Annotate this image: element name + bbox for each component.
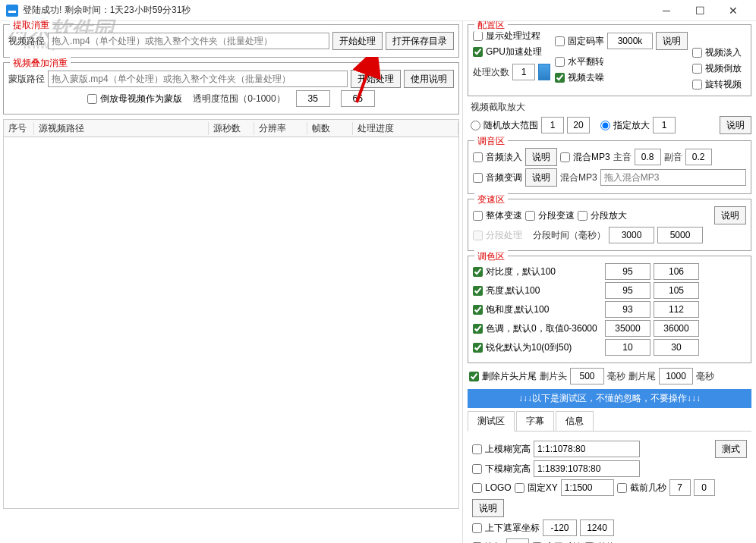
logo-checkbox[interactable]: LOGO <box>472 482 512 493</box>
hflip-checkbox[interactable]: 水平翻转 <box>555 55 688 68</box>
tab-test[interactable]: 测试区 <box>468 411 515 432</box>
brightness-v2[interactable] <box>654 282 699 299</box>
cut-front-checkbox[interactable]: 截前几秒 <box>617 482 666 494</box>
down-blur-checkbox[interactable]: 下模糊宽高 <box>472 463 531 476</box>
sub-audio-label: 副音 <box>664 151 682 164</box>
segment-time1-input[interactable] <box>609 227 654 243</box>
ms-label: 毫秒 <box>607 370 625 383</box>
section-title: 配置区 <box>474 21 508 32</box>
explain-button[interactable]: 说明 <box>656 32 688 50</box>
process-count-spinner[interactable] <box>538 64 550 80</box>
sharpen-v2[interactable] <box>654 339 699 356</box>
saturation-v2[interactable] <box>654 301 699 318</box>
mask-v1[interactable] <box>543 519 577 536</box>
tab-subtitle[interactable]: 字幕 <box>516 411 554 431</box>
explain-button[interactable]: 说明 <box>720 116 751 134</box>
border-checkbox[interactable]: 边框 <box>472 541 503 544</box>
video-fadein-checkbox[interactable]: 视频淡入 <box>692 46 742 59</box>
border-input[interactable] <box>506 538 529 543</box>
gpu-accel-checkbox[interactable]: GPU加速处理 <box>473 46 550 58</box>
start-process-button[interactable]: 开始处理 <box>332 32 383 50</box>
video-path-input[interactable] <box>48 33 329 49</box>
replace-mp3-checkbox[interactable]: 替换MP3 <box>584 541 635 544</box>
speed-section: 变速区 整体变速 分段变速 分段放大 说明 分段处理 分段时间（毫秒） <box>468 199 751 251</box>
up-blur-checkbox[interactable]: 上模糊宽高 <box>472 443 531 456</box>
section-title: 变速区 <box>474 193 508 206</box>
trim-tail-input[interactable] <box>659 368 693 384</box>
segment-speed-checkbox[interactable]: 分段变速 <box>525 209 575 222</box>
mix-mp3-label: 混合MP3 <box>560 171 597 184</box>
usage-help-button[interactable]: 使用说明 <box>404 70 454 88</box>
test-button[interactable]: 测式 <box>715 440 747 458</box>
mix-mp3-checkbox[interactable]: 混合MP3 <box>560 151 610 164</box>
tab-info[interactable]: 信息 <box>556 411 594 431</box>
explain-button[interactable]: 说明 <box>525 148 557 166</box>
invert-mask-checkbox[interactable]: 倒放母视频作为蒙版 <box>87 93 182 105</box>
open-save-dir-button[interactable]: 打开保存目录 <box>386 32 454 50</box>
explain-button[interactable]: 说明 <box>472 499 504 517</box>
opacity-max-input[interactable] <box>341 90 375 107</box>
sharpen-checkbox[interactable]: 锐化默认为10(0到50) <box>473 341 602 354</box>
saturation-v1[interactable] <box>605 301 650 318</box>
contrast-v1[interactable] <box>605 263 650 280</box>
contrast-v2[interactable] <box>654 263 699 280</box>
audio-shift-checkbox[interactable]: 音频变调 <box>473 171 522 184</box>
trim-checkbox[interactable]: 删除片头片尾 <box>469 370 537 383</box>
close-button[interactable]: ✕ <box>717 0 750 21</box>
mix-mp3-input[interactable] <box>600 169 746 186</box>
test-banner: ↓↓↓以下是测试区，不懂的忽略，不要操作↓↓↓ <box>468 389 751 408</box>
section-title: 调色区 <box>474 250 508 263</box>
hue-checkbox[interactable]: 色调，默认0，取值0-36000 <box>473 322 602 335</box>
table-body[interactable] <box>3 137 459 509</box>
trim-head-input[interactable] <box>570 368 604 384</box>
config-section: 配置区 显示处理过程 GPU加速处理 处理次数 1 固定码率 说明 水平翻转 视… <box>468 24 751 96</box>
crop-zoom-label: 视频截取放大 <box>471 101 525 114</box>
brightness-checkbox[interactable]: 亮度,默认100 <box>473 284 602 297</box>
segment-process-checkbox: 分段处理 <box>473 229 522 242</box>
random-zoom-radio[interactable]: 随机放大范围 <box>471 119 538 132</box>
fixed-rate-input[interactable] <box>607 33 653 49</box>
cut-v2[interactable] <box>694 479 715 496</box>
fixed-xy-input[interactable] <box>561 479 614 496</box>
hue-v1[interactable] <box>605 320 650 337</box>
denoise-checkbox[interactable]: 视频去噪 <box>555 71 688 84</box>
main-audio-input[interactable] <box>635 149 661 165</box>
rotate-video-checkbox[interactable]: 旋转视频 <box>692 78 742 91</box>
contrast-checkbox[interactable]: 对比度，默认100 <box>473 265 602 278</box>
fixed-rate-checkbox[interactable]: 固定码率 <box>555 35 604 48</box>
brightness-v1[interactable] <box>605 282 650 299</box>
segment-time2-input[interactable] <box>657 227 703 243</box>
mask-path-label: 蒙版路径 <box>8 73 45 86</box>
overlay-start-button[interactable]: 开始处理 <box>351 70 401 88</box>
window-title: 登陆成功! 剩余时间：1天23小时59分31秒 <box>23 4 650 17</box>
maximize-button[interactable]: ☐ <box>683 0 717 21</box>
fixed-xy-checkbox[interactable]: 固定XY <box>515 482 558 494</box>
overall-speed-checkbox[interactable]: 整体变速 <box>473 209 522 222</box>
up-blur-input[interactable] <box>534 441 640 457</box>
explain-button[interactable]: 说明 <box>714 206 746 224</box>
audio-fadein-checkbox[interactable]: 音频淡入 <box>473 151 522 164</box>
sharpen-v1[interactable] <box>605 339 650 356</box>
bottom-flip-checkbox[interactable]: 底图反转 <box>532 541 581 544</box>
random-zoom-max[interactable] <box>567 117 590 133</box>
video-path-label: 视频路径 <box>8 35 45 48</box>
mask-v2[interactable] <box>580 519 614 536</box>
minimize-button[interactable]: ─ <box>650 0 683 21</box>
cut-v1[interactable] <box>669 479 691 496</box>
main-audio-label: 主音 <box>613 151 632 164</box>
fixed-zoom-radio[interactable]: 指定放大 <box>600 119 650 132</box>
hue-v2[interactable] <box>654 320 699 337</box>
sub-audio-input[interactable] <box>685 149 712 165</box>
trim-tail-label: 删片尾 <box>628 370 656 383</box>
explain-button[interactable]: 说明 <box>525 168 557 187</box>
overlay-dedup-section: 视频叠加消重 蒙版路径 开始处理 使用说明 倒放母视频作为蒙版 透明度范围（0-… <box>3 62 459 115</box>
video-reverse-checkbox[interactable]: 视频倒放 <box>692 62 742 75</box>
fixed-zoom-val[interactable] <box>653 117 676 133</box>
opacity-min-input[interactable] <box>296 90 330 107</box>
down-blur-input[interactable] <box>534 460 640 477</box>
mask-path-input[interactable] <box>48 71 348 87</box>
segment-zoom-checkbox[interactable]: 分段放大 <box>578 209 627 222</box>
mask-coord-checkbox[interactable]: 上下遮罩坐标 <box>472 522 540 535</box>
saturation-checkbox[interactable]: 饱和度,默认100 <box>473 303 602 316</box>
random-zoom-min[interactable] <box>541 117 564 133</box>
